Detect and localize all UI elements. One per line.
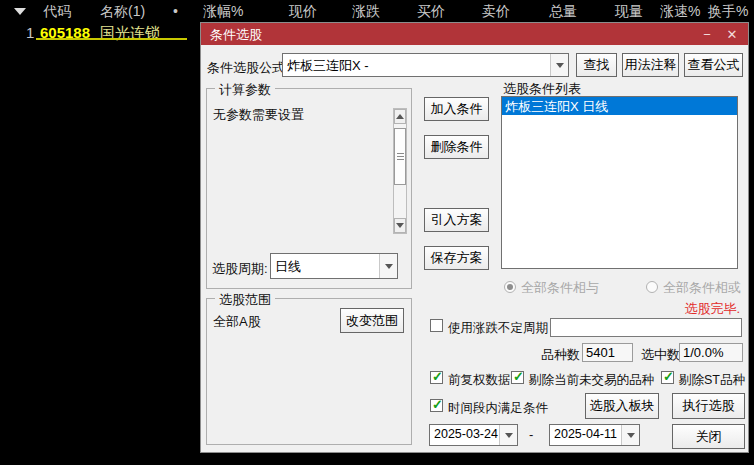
close-icon: ✕ — [727, 27, 738, 42]
close-button[interactable]: ✕ — [721, 23, 743, 45]
period-value: 日线 — [271, 254, 379, 278]
radio-all-and-label: 全部条件相与 — [521, 279, 599, 297]
close-dialog-button[interactable]: 关闭 — [672, 424, 745, 449]
selected-count-field: 1/0.0% — [679, 343, 743, 362]
column-header-change-pct[interactable]: 涨幅% — [203, 3, 243, 21]
formula-value: 炸板三连阳X - — [283, 54, 550, 76]
radio-all-or[interactable] — [646, 281, 658, 293]
view-formula-button[interactable]: 查看公式 — [684, 53, 743, 77]
scroll-up-icon — [396, 114, 404, 119]
thumb-grip-icon — [397, 153, 404, 154]
no-params-text: 无参数需要设置 — [213, 106, 304, 124]
column-header-sell[interactable]: 卖价 — [482, 3, 510, 21]
column-header-cur-vol[interactable]: 现量 — [615, 3, 643, 21]
radio-all-and[interactable] — [504, 281, 516, 293]
column-header-price[interactable]: 现价 — [289, 3, 317, 21]
chevron-down-icon[interactable] — [499, 425, 517, 445]
period-combobox[interactable]: 日线 — [270, 253, 398, 279]
find-button[interactable]: 查找 — [576, 53, 617, 77]
range-value: 全部A股 — [213, 313, 261, 331]
selection-underline — [36, 38, 187, 40]
scroll-thumb[interactable] — [394, 128, 406, 185]
condition-list-item[interactable]: 炸板三连阳X 日线 — [502, 97, 737, 115]
date-from-combobox[interactable]: 2025-03-24 — [429, 424, 518, 446]
dialog-titlebar[interactable]: 条件选股 − ✕ — [201, 23, 748, 45]
variety-count-label: 品种数 — [541, 346, 580, 364]
chevron-down-icon[interactable] — [621, 425, 639, 445]
time-range-checkbox[interactable] — [430, 399, 443, 412]
formula-combobox[interactable]: 炸板三连阳X - — [282, 53, 569, 77]
column-header-change[interactable]: 涨跌 — [352, 3, 380, 21]
dialog-title: 条件选股 — [210, 26, 262, 44]
status-text: 选股完毕. — [684, 300, 740, 318]
date-to-combobox[interactable]: 2025-04-11 — [549, 424, 640, 446]
minimize-button[interactable]: − — [696, 23, 718, 45]
period-label: 选股周期: — [212, 260, 268, 278]
exclude-nontrading-label: 剔除当前未交易的品种 — [529, 372, 654, 389]
minimize-icon: − — [703, 27, 711, 42]
calc-params-group-label: 计算参数 — [215, 81, 275, 99]
delete-condition-button[interactable]: 删除条件 — [424, 135, 489, 159]
chevron-down-icon[interactable] — [550, 54, 568, 76]
column-header-total-vol[interactable]: 总量 — [549, 3, 577, 21]
updown-period-label: 使用涨跌不定周期 — [448, 320, 548, 337]
add-condition-button[interactable]: 加入条件 — [424, 97, 489, 121]
row-index: 1 — [26, 24, 34, 41]
chevron-down-icon[interactable] — [379, 254, 397, 278]
sort-arrow-icon[interactable] — [14, 8, 26, 15]
scroll-up-button[interactable] — [394, 109, 406, 124]
select-to-block-button[interactable]: 选股入板块 — [585, 393, 659, 419]
column-header-name[interactable]: 名称(1) — [100, 3, 145, 21]
column-header-bullet: • — [173, 3, 178, 19]
column-header-turnover[interactable]: 换手% — [708, 3, 748, 21]
forward-adjusted-checkbox[interactable] — [430, 371, 443, 384]
condition-listbox[interactable]: 炸板三连阳X 日线 — [501, 96, 738, 269]
scroll-down-icon — [396, 223, 404, 228]
column-header-code[interactable]: 代码 — [43, 3, 71, 21]
change-range-button[interactable]: 改变范围 — [340, 308, 404, 333]
execute-select-button[interactable]: 执行选股 — [672, 393, 745, 419]
time-range-label: 时间段内满足条件 — [448, 400, 548, 417]
updown-period-checkbox[interactable] — [430, 319, 443, 332]
stock-name: 国光连锁 — [100, 24, 160, 43]
updown-period-input[interactable] — [550, 318, 742, 337]
scroll-down-button[interactable] — [394, 218, 406, 233]
date-separator: - — [529, 427, 533, 442]
params-scrollbar[interactable] — [393, 108, 407, 234]
date-to-value: 2025-04-11 — [550, 425, 621, 445]
condition-stock-picker-dialog: 条件选股 − ✕ 条件选股公式 炸板三连阳X - 查找 用法注释 查看公式 计算… — [200, 22, 749, 453]
column-header-buy[interactable]: 买价 — [417, 3, 445, 21]
usage-notes-button[interactable]: 用法注释 — [622, 53, 679, 77]
formula-label: 条件选股公式 — [207, 59, 285, 77]
exclude-st-label: 剔除ST品种 — [679, 372, 745, 389]
column-header-speed[interactable]: 涨速% — [660, 3, 700, 21]
radio-all-or-label: 全部条件相或 — [663, 279, 741, 297]
date-from-value: 2025-03-24 — [430, 425, 499, 445]
import-plan-button[interactable]: 引入方案 — [424, 208, 489, 232]
variety-count-field: 5401 — [582, 343, 633, 362]
exclude-nontrading-checkbox[interactable] — [511, 371, 524, 384]
exclude-st-checkbox[interactable] — [661, 371, 674, 384]
range-group-label: 选股范围 — [215, 291, 275, 309]
save-plan-button[interactable]: 保存方案 — [424, 246, 489, 270]
forward-adjusted-label: 前复权数据 — [448, 372, 511, 389]
selected-count-label: 选中数 — [641, 346, 680, 364]
